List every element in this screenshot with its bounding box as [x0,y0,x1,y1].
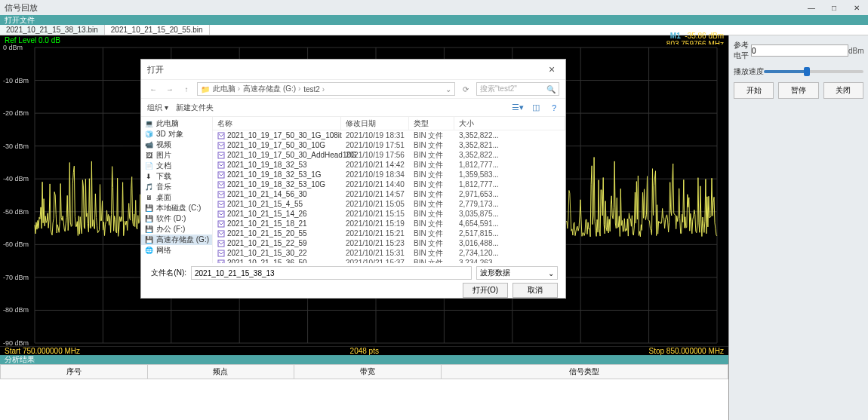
file-icon [217,210,225,218]
start-button[interactable]: 开始 [734,82,774,99]
spectrum-footer: Start 750.000000 MHz 2048 pts Stop 850.0… [0,346,728,355]
tree-item[interactable]: 📄文档 [141,161,212,171]
file-row[interactable]: 2021_10_21_14_56_302021/10/21 14:57BIN 文… [213,189,565,199]
file-icon [217,132,225,139]
play-speed-label: 播放速度 [734,66,764,77]
svg-text:-10 dBm: -10 dBm [3,77,29,84]
ref-level-label: Ref Level 0.0 dB [5,36,60,44]
play-speed-slider[interactable] [764,66,863,78]
control-panel: 参考电平 dBm 播放速度 开始 暂停 关闭 [728,35,868,420]
close-icon[interactable]: ✕ [845,0,868,15]
file-row[interactable]: 2021_10_21_15_18_212021/10/21 15:19BIN 文… [213,219,565,228]
ref-level-label: 参考电平 [734,40,751,61]
chevron-down-icon[interactable]: ⌄ [445,85,451,94]
svg-text:-20 dBm: -20 dBm [3,109,29,117]
nav-up-icon[interactable]: ↑ [180,85,192,94]
file-filter-combo[interactable]: 波形数据⌄ [476,266,558,280]
help-icon[interactable]: ? [549,103,559,113]
svg-text:-30 dBm: -30 dBm [3,143,29,150]
svg-rect-43 [218,250,224,256]
file-row[interactable]: 2021_10_21_15_14_262021/10/21 15:15BIN 文… [213,209,565,219]
svg-rect-38 [218,201,224,207]
tree-item[interactable]: 💾办公 (F:) [141,224,212,235]
search-icon: 🔍 [546,85,556,94]
file-row[interactable]: 2021_10_21_15_4_552021/10/21 15:05BIN 文件… [213,199,565,209]
tree-item[interactable]: 🖥桌面 [141,192,212,203]
tab-file-1[interactable]: 2021_10_21_15_38_13.bin [0,25,105,35]
search-input[interactable]: 搜索"test2" 🔍 [476,82,559,96]
file-icon [217,201,225,208]
organize-button[interactable]: 组织 ▾ [147,103,168,113]
svg-rect-35 [218,172,224,178]
svg-rect-42 [218,241,224,247]
open-button[interactable]: 打开(O) [463,283,508,298]
file-row[interactable]: 2021_10_19_17_50_30_1G_108it2021/10/19 1… [213,130,565,140]
dialog-close-icon[interactable]: × [544,63,559,75]
file-icon [217,220,225,228]
stop-freq: Stop 850.000000 MHz [648,347,724,355]
tree-item[interactable]: 💻此电脑 [141,118,212,129]
tree-item[interactable]: 💾高速存储盘 (G:) [141,235,212,245]
svg-text:-40 dBm: -40 dBm [3,175,29,182]
filename-input[interactable] [191,266,472,280]
file-row[interactable]: 2021_10_21_15_22_592021/10/21 15:23BIN 文… [213,238,565,248]
file-icon [217,161,225,169]
pause-button[interactable]: 暂停 [778,82,818,99]
file-row[interactable]: 2021_10_21_15_36_502021/10/21 15:37BIN 文… [213,258,565,263]
file-icon [217,250,225,257]
dialog-title: 打开 [147,64,164,75]
titlebar: 信号回放 — □ ✕ [0,0,868,15]
view-icon[interactable]: ☰▾ [512,103,523,113]
svg-rect-41 [218,231,224,237]
file-icon [217,152,225,159]
svg-rect-32 [218,143,224,149]
svg-text:-70 dBm: -70 dBm [3,274,29,281]
col-freq: 频点 [147,365,294,379]
file-list[interactable]: 2021_10_19_17_50_30_1G_108it2021/10/19 1… [213,130,565,263]
cancel-button[interactable]: 取消 [512,283,558,298]
refresh-icon[interactable]: ⟳ [460,85,472,94]
file-icon [217,259,225,264]
nav-tree[interactable]: 💻此电脑🧊3D 对象📹视频🖼图片📄文档⬇下载🎵音乐🖥桌面💾本地磁盘 (C:)💾软… [141,117,213,263]
tree-item[interactable]: 💾软件 (D:) [141,213,212,224]
file-row[interactable]: 2021_10_19_18_32_53_1G2021/10/19 18:34BI… [213,170,565,179]
results-header: 分析结果 [0,355,728,364]
tab-strip: 2021_10_21_15_38_13.bin 2021_10_21_15_20… [0,25,868,35]
file-row[interactable]: 2021_10_21_15_30_222021/10/21 15:31BIN 文… [213,248,565,258]
ref-level-input[interactable] [751,44,848,57]
svg-rect-40 [218,221,224,227]
list-header[interactable]: 名称 修改日期 类型 大小 [213,117,565,130]
new-folder-button[interactable]: 新建文件夹 [176,103,214,113]
file-row[interactable]: 2021_10_19_18_32_532021/10/21 14:42BIN 文… [213,160,565,170]
preview-pane-icon[interactable]: ◫ [531,103,541,113]
tree-item[interactable]: 💾本地磁盘 (C:) [141,203,212,213]
nav-forward-icon[interactable]: → [164,85,176,94]
svg-rect-39 [218,211,224,217]
minimize-icon[interactable]: — [800,0,823,15]
tree-item[interactable]: ⬇下载 [141,171,212,182]
menubar: 打开文件 [0,15,868,25]
menu-open-file[interactable]: 打开文件 [5,15,35,26]
file-icon [217,142,225,149]
breadcrumb[interactable]: 📁 此电脑 高速存储盘 (G:) test2 ⌄ [197,82,455,96]
file-icon [217,230,225,238]
nav-back-icon[interactable]: ← [147,85,159,94]
close-button[interactable]: 关闭 [823,82,863,99]
tree-item[interactable]: 🧊3D 对象 [141,129,212,139]
file-row[interactable]: 2021_10_19_17_50_30_AddHead10G2021/10/19… [213,150,565,160]
file-row[interactable]: 2021_10_19_18_32_53_10G2021/10/21 14:40B… [213,179,565,189]
tree-item[interactable]: 🎵音乐 [141,182,212,192]
tree-item[interactable]: 🖼图片 [141,150,212,161]
file-icon [217,191,225,198]
file-row[interactable]: 2021_10_21_15_20_552021/10/21 15:21BIN 文… [213,228,565,238]
tree-item[interactable]: 📹视频 [141,139,212,150]
file-icon [217,181,225,189]
svg-text:-90 dBm: -90 dBm [3,339,29,346]
ref-level-unit: dBm [848,47,863,55]
tab-file-2[interactable]: 2021_10_21_15_20_55.bin [105,25,210,35]
app-title: 信号回放 [5,2,38,14]
maximize-icon[interactable]: □ [823,0,845,15]
file-row[interactable]: 2021_10_19_17_50_30_10G2021/10/19 17:51B… [213,140,565,150]
tree-item[interactable]: 🌐网络 [141,245,212,256]
file-icon [217,171,225,179]
